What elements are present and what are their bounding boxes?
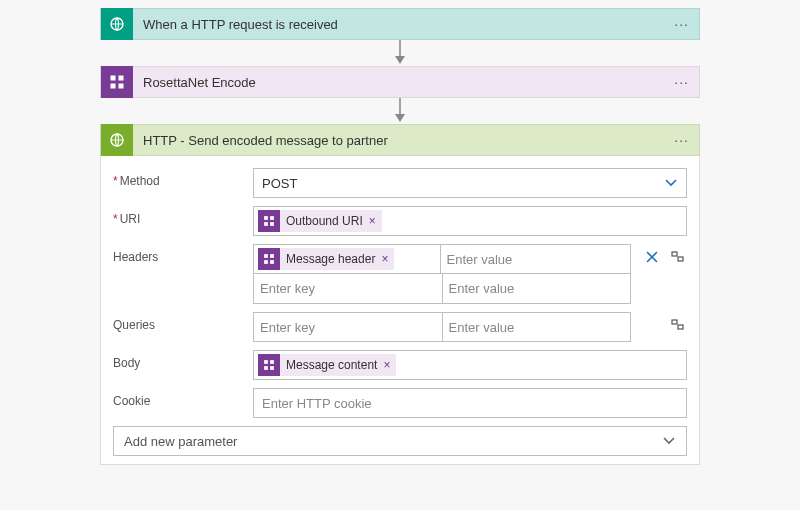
query-key-input[interactable]: Enter key [253, 312, 443, 342]
svg-rect-4 [119, 76, 124, 81]
flow-arrow-1 [100, 40, 700, 66]
svg-marker-8 [395, 114, 405, 122]
svg-rect-11 [270, 216, 274, 220]
svg-rect-19 [678, 257, 683, 261]
trigger-step-header[interactable]: When a HTTP request is received ··· [100, 8, 700, 40]
svg-rect-22 [264, 360, 268, 364]
svg-rect-12 [264, 222, 268, 226]
uri-token-label: Outbound URI [286, 214, 363, 228]
http-menu-button[interactable]: ··· [664, 132, 699, 148]
cookie-label: Cookie [113, 388, 253, 408]
rosettanet-icon [258, 210, 280, 232]
header-key-input[interactable]: Message header × [253, 244, 441, 274]
flow-arrow-2 [100, 98, 700, 124]
rosettanet-icon [258, 248, 280, 270]
svg-rect-20 [672, 320, 677, 324]
header-row: Message header × Enter value [253, 244, 631, 274]
svg-rect-18 [672, 252, 677, 256]
uri-token[interactable]: Outbound URI × [258, 210, 382, 232]
svg-rect-16 [264, 260, 268, 264]
header-value-input[interactable]: Enter value [443, 274, 632, 304]
header-value-input[interactable]: Enter value [441, 244, 632, 274]
http-trigger-icon [101, 8, 133, 40]
header-row: Enter key Enter value [253, 274, 631, 304]
remove-token-icon[interactable]: × [383, 358, 390, 372]
http-step-header[interactable]: HTTP - Send encoded message to partner ·… [100, 124, 700, 156]
headers-label: Headers [113, 244, 253, 264]
trigger-step-title: When a HTTP request is received [133, 17, 664, 32]
rosetta-menu-button[interactable]: ··· [664, 74, 699, 90]
delete-row-icon[interactable] [645, 250, 661, 266]
svg-rect-23 [270, 360, 274, 364]
add-parameter-select[interactable]: Add new parameter [113, 426, 687, 456]
svg-rect-14 [264, 254, 268, 258]
body-label: Body [113, 350, 253, 370]
svg-rect-6 [119, 84, 124, 89]
svg-rect-17 [270, 260, 274, 264]
trigger-menu-button[interactable]: ··· [664, 16, 699, 32]
remove-token-icon[interactable]: × [381, 252, 388, 266]
remove-token-icon[interactable]: × [369, 214, 376, 228]
rosettanet-icon [101, 66, 133, 98]
switch-mode-icon[interactable] [671, 318, 687, 334]
uri-label: *URI [113, 206, 253, 226]
header-key-token[interactable]: Message header × [258, 248, 394, 270]
svg-rect-3 [111, 76, 116, 81]
svg-rect-21 [678, 325, 683, 329]
switch-mode-icon[interactable] [671, 250, 687, 266]
add-parameter-label: Add new parameter [124, 434, 237, 449]
svg-rect-10 [264, 216, 268, 220]
svg-rect-5 [111, 84, 116, 89]
svg-rect-13 [270, 222, 274, 226]
header-key-token-label: Message header [286, 252, 375, 266]
method-label: *Method [113, 168, 253, 188]
query-value-input[interactable]: Enter value [443, 312, 632, 342]
http-step-title: HTTP - Send encoded message to partner [133, 133, 664, 148]
body-input[interactable]: Message content × [253, 350, 687, 380]
svg-rect-24 [264, 366, 268, 370]
body-token[interactable]: Message content × [258, 354, 396, 376]
http-step-panel: *Method POST *URI [100, 156, 700, 465]
chevron-down-icon [664, 176, 678, 190]
query-row: Enter key Enter value [253, 312, 631, 342]
method-value: POST [262, 176, 297, 191]
chevron-down-icon [662, 434, 676, 448]
rosettanet-icon [258, 354, 280, 376]
svg-rect-25 [270, 366, 274, 370]
rosetta-step-title: RosettaNet Encode [133, 75, 664, 90]
rosetta-step-header[interactable]: RosettaNet Encode ··· [100, 66, 700, 98]
svg-marker-2 [395, 56, 405, 64]
method-select[interactable]: POST [253, 168, 687, 198]
uri-input[interactable]: Outbound URI × [253, 206, 687, 236]
header-key-input[interactable]: Enter key [253, 274, 443, 304]
queries-label: Queries [113, 312, 253, 332]
http-action-icon [101, 124, 133, 156]
cookie-input[interactable]: Enter HTTP cookie [253, 388, 687, 418]
svg-rect-15 [270, 254, 274, 258]
body-token-label: Message content [286, 358, 377, 372]
